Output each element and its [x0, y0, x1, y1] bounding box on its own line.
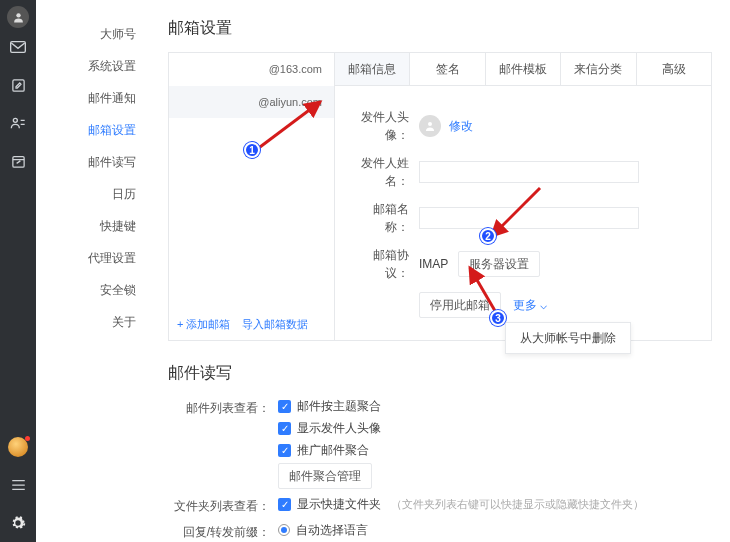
folder-label: 文件夹列表查看： — [168, 495, 278, 515]
tab-template[interactable]: 邮件模板 — [486, 53, 561, 85]
nav-item-6[interactable]: 快捷键 — [36, 210, 154, 242]
contacts-icon[interactable] — [7, 112, 29, 134]
name-label: 发件人姓名： — [351, 154, 419, 190]
nav-item-2[interactable]: 邮件通知 — [36, 82, 154, 114]
tab-sign[interactable]: 签名 — [410, 53, 485, 85]
chk-promo[interactable]: ✓推广邮件聚合 — [278, 441, 381, 459]
folder-hint: （文件夹列表右键可以快捷显示或隐藏快捷文件夹） — [391, 496, 644, 513]
tab-adv[interactable]: 高级 — [637, 53, 711, 85]
detail-tabs: 邮箱信息 签名 邮件模板 来信分类 高级 — [335, 53, 711, 86]
reply-label: 回复/转发前缀： — [168, 521, 278, 541]
coin-icon[interactable] — [7, 436, 29, 458]
disable-button[interactable]: 停用此邮箱 — [419, 292, 501, 318]
app-rail — [0, 0, 36, 542]
chk-avatar[interactable]: ✓显示发件人头像 — [278, 419, 381, 437]
proto-label: 邮箱协议： — [351, 246, 419, 282]
nav-item-7[interactable]: 代理设置 — [36, 242, 154, 274]
mailbox-title: 邮箱设置 — [168, 16, 712, 40]
svg-point-3 — [13, 118, 17, 122]
svg-rect-2 — [12, 79, 23, 90]
tab-info[interactable]: 邮箱信息 — [335, 53, 410, 85]
radio-auto[interactable]: 自动选择语言 — [278, 521, 375, 539]
avatar-icon — [419, 115, 441, 137]
proto-value: IMAP — [419, 255, 448, 273]
list-manage-button[interactable]: 邮件聚合管理 — [278, 463, 372, 489]
tab-filter[interactable]: 来信分类 — [561, 53, 636, 85]
add-account-link[interactable]: + 添加邮箱 — [177, 316, 230, 333]
check-icon: ✓ — [278, 400, 291, 413]
mailbox-panel: @163.com @aliyun.com + 添加邮箱 导入邮箱数据 邮箱信息 … — [168, 52, 712, 341]
check-icon: ✓ — [278, 422, 291, 435]
name-input[interactable] — [419, 161, 639, 183]
nav-item-4[interactable]: 邮件读写 — [36, 146, 154, 178]
nav-item-5[interactable]: 日历 — [36, 178, 154, 210]
nav-item-1[interactable]: 系统设置 — [36, 50, 154, 82]
box-label: 邮箱名称： — [351, 200, 419, 236]
more-button[interactable]: 更多 ⌵ — [511, 295, 549, 315]
user-icon[interactable] — [7, 6, 29, 28]
account-list: @163.com @aliyun.com + 添加邮箱 导入邮箱数据 — [169, 53, 335, 340]
chk-subject[interactable]: ✓邮件按主题聚合 — [278, 397, 381, 415]
nav-item-8[interactable]: 安全锁 — [36, 274, 154, 306]
nav-item-3[interactable]: 邮箱设置 — [36, 114, 154, 146]
account-0[interactable]: @163.com — [169, 53, 334, 86]
chevron-down-icon: ⌵ — [540, 298, 547, 312]
nav-item-0[interactable]: 大师号 — [36, 18, 154, 50]
check-icon: ✓ — [278, 444, 291, 457]
nav-item-9[interactable]: 关于 — [36, 306, 154, 338]
account-1[interactable]: @aliyun.com — [169, 86, 334, 119]
main-area: 邮箱设置 @163.com @aliyun.com + 添加邮箱 导入邮箱数据 … — [154, 0, 730, 542]
svg-point-0 — [16, 13, 20, 17]
chk-quickfolder[interactable]: ✓显示快捷文件夹（文件夹列表右键可以快捷显示或隐藏快捷文件夹） — [278, 495, 644, 513]
settings-nav: 大师号 系统设置 邮件通知 邮箱设置 邮件读写 日历 快捷键 代理设置 安全锁 … — [36, 0, 154, 542]
menu-icon[interactable] — [7, 474, 29, 496]
read-title: 邮件读写 — [168, 361, 712, 385]
check-icon: ✓ — [278, 498, 291, 511]
compose-icon[interactable] — [7, 74, 29, 96]
more-dropdown-item[interactable]: 从大师帐号中删除 — [505, 322, 631, 354]
avatar-label: 发件人头像： — [351, 108, 419, 144]
avatar-change-link[interactable]: 修改 — [449, 117, 473, 135]
box-input[interactable] — [419, 207, 639, 229]
import-account-link[interactable]: 导入邮箱数据 — [242, 316, 308, 333]
gear-icon[interactable] — [7, 512, 29, 534]
svg-rect-1 — [11, 42, 26, 53]
server-settings-button[interactable]: 服务器设置 — [458, 251, 540, 277]
svg-point-5 — [428, 122, 432, 126]
account-detail: 邮箱信息 签名 邮件模板 来信分类 高级 发件人头像： 修改 发件人姓名： 邮箱… — [335, 53, 711, 340]
calendar-icon[interactable] — [7, 150, 29, 172]
mail-icon[interactable] — [7, 36, 29, 58]
list-label: 邮件列表查看： — [168, 397, 278, 417]
read-section: 邮件读写 邮件列表查看： ✓邮件按主题聚合 ✓显示发件人头像 ✓推广邮件聚合 邮… — [168, 361, 712, 542]
